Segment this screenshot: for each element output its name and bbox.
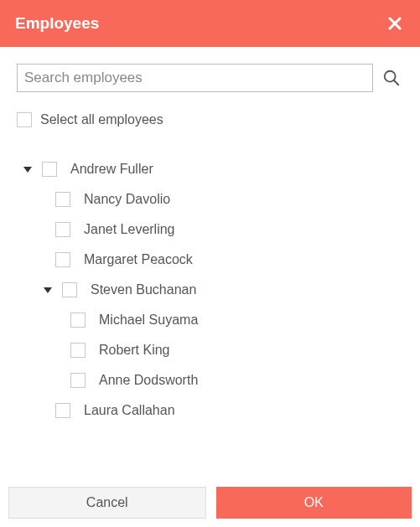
tree-node[interactable]: Janet Leverling	[17, 214, 403, 245]
dialog-header: Employees	[0, 0, 420, 47]
tree-node-label: Robert King	[94, 343, 170, 358]
tree-checkbox[interactable]	[70, 343, 86, 358]
search-input[interactable]	[17, 64, 373, 92]
cancel-button[interactable]: Cancel	[8, 487, 206, 519]
tree-node[interactable]: Anne Dodsworth	[17, 365, 403, 395]
tree-checkbox[interactable]	[55, 252, 70, 267]
tree-node-label: Janet Leverling	[79, 222, 175, 237]
tree-node-label: Anne Dodsworth	[94, 373, 198, 388]
chevron-down-icon[interactable]	[22, 163, 34, 175]
ok-button-label: OK	[304, 495, 324, 510]
dialog-body: Select all employees Andrew Fuller Nancy…	[0, 47, 420, 478]
tree-checkbox[interactable]	[70, 373, 86, 388]
dialog-footer: Cancel OK	[0, 478, 420, 527]
search-icon[interactable]	[380, 66, 403, 90]
tree-node[interactable]: Margaret Peacock	[17, 245, 403, 275]
tree-node[interactable]: Nancy Davolio	[17, 184, 403, 214]
tree-node[interactable]: Michael Suyama	[17, 305, 403, 335]
tree-node-label: Andrew Fuller	[65, 162, 153, 177]
ok-button[interactable]: OK	[216, 487, 412, 519]
tree-node-label: Margaret Peacock	[79, 252, 193, 267]
tree-checkbox[interactable]	[55, 222, 70, 237]
chevron-down-icon[interactable]	[42, 284, 54, 296]
tree-checkbox[interactable]	[55, 192, 70, 207]
dialog-title: Employees	[15, 14, 99, 33]
tree-node[interactable]: Steven Buchanan	[17, 275, 403, 305]
tree-checkbox[interactable]	[70, 313, 86, 328]
tree-node[interactable]: Robert King	[17, 335, 403, 365]
tree-node-label: Michael Suyama	[94, 313, 198, 328]
tree-checkbox[interactable]	[42, 162, 57, 177]
svg-line-1	[394, 80, 399, 85]
employee-tree: Andrew Fuller Nancy Davolio Janet Leverl…	[8, 134, 412, 426]
select-all-checkbox[interactable]	[17, 112, 32, 127]
svg-marker-3	[44, 287, 52, 293]
tree-checkbox[interactable]	[62, 282, 77, 297]
tree-node-label: Laura Callahan	[79, 403, 175, 418]
select-all-label: Select all employees	[40, 112, 163, 127]
employees-dialog: Employees Select all employees Andrew Fu…	[0, 0, 420, 527]
cancel-button-label: Cancel	[86, 495, 128, 510]
close-icon[interactable]	[385, 13, 405, 34]
tree-checkbox[interactable]	[55, 403, 70, 418]
tree-node-label: Nancy Davolio	[79, 192, 170, 207]
tree-node-label: Steven Buchanan	[86, 282, 196, 297]
tree-node[interactable]: Andrew Fuller	[17, 154, 403, 184]
svg-marker-2	[23, 167, 32, 173]
tree-node[interactable]: Laura Callahan	[17, 395, 403, 426]
search-row	[8, 55, 412, 99]
select-all-row[interactable]: Select all employees	[8, 99, 412, 134]
